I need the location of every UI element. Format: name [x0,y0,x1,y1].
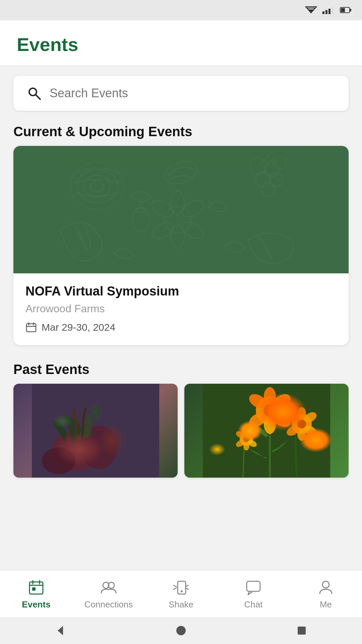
android-back-button[interactable] [50,621,70,641]
me-nav-icon [316,578,335,597]
svg-rect-4 [325,10,327,14]
svg-rect-9 [350,9,351,11]
svg-point-39 [80,426,117,469]
svg-rect-3 [322,11,324,14]
featured-event-location: Arrowood Farms [25,303,337,315]
svg-line-78 [174,585,176,587]
events-nav-icon [27,578,46,597]
search-input[interactable] [50,86,335,100]
svg-rect-83 [247,581,260,591]
svg-point-50 [264,415,276,434]
nav-item-connections[interactable]: Connections [72,578,145,610]
battery-icon [340,6,352,14]
svg-rect-37 [32,384,159,478]
svg-rect-33 [26,324,36,332]
svg-point-84 [322,581,329,588]
svg-rect-70 [29,582,43,594]
svg-point-86 [176,626,186,635]
svg-point-60 [285,410,301,425]
signal-icon [322,6,335,14]
wifi-icon [305,6,317,14]
nav-item-shake[interactable]: Shake [145,578,217,610]
svg-point-58 [297,427,306,441]
chat-nav-icon [244,578,263,597]
nav-item-me[interactable]: Me [290,578,362,610]
page-header: Events [0,20,362,66]
svg-point-68 [235,430,246,440]
nav-label-shake: Shake [169,599,193,610]
svg-point-82 [181,590,183,592]
svg-point-62 [240,432,253,446]
nav-label-me: Me [320,599,332,610]
svg-rect-87 [298,627,306,635]
svg-point-56 [302,410,318,425]
past-events-grid [0,384,362,484]
past-event-card-1[interactable] [13,384,178,478]
svg-rect-41 [32,384,159,478]
svg-point-65 [247,438,258,448]
svg-point-66 [243,441,249,450]
svg-point-47 [264,387,276,406]
featured-event-card[interactable]: NOFA Virtual Symposium Arrowood Farms Ma… [13,146,349,345]
past-section-header: Past Events [0,359,362,384]
svg-point-40 [42,447,75,474]
svg-rect-6 [331,7,334,14]
svg-point-52 [247,391,269,411]
svg-point-55 [297,407,306,421]
svg-rect-74 [32,587,36,591]
svg-rect-42 [203,384,330,478]
past-event-image-2 [184,384,349,478]
svg-point-38 [52,431,99,471]
connections-nav-icon [99,578,118,597]
android-recents-button[interactable] [292,621,312,641]
calendar-icon [25,322,37,333]
search-bar[interactable] [13,76,349,111]
svg-line-45 [243,434,245,478]
shake-nav-icon [172,578,190,597]
svg-point-46 [256,396,284,425]
svg-point-61 [297,420,306,428]
nav-item-chat[interactable]: Chat [217,578,290,610]
svg-line-44 [295,424,297,478]
svg-point-54 [292,414,312,434]
svg-point-49 [271,410,293,430]
current-section-header: Current & Upcoming Events [0,121,362,146]
featured-event-info: NOFA Virtual Symposium Arrowood Farms Ma… [13,273,349,345]
past-event-image-1 [13,384,178,478]
svg-point-48 [271,391,293,411]
status-bar [0,0,362,20]
search-icon [27,86,42,101]
android-nav-bar [0,617,362,644]
nav-label-events: Events [22,599,50,610]
svg-point-59 [285,424,301,438]
android-home-button[interactable] [171,621,191,641]
svg-line-11 [36,95,40,99]
svg-point-69 [243,436,249,442]
featured-event-title: NOFA Virtual Symposium [25,284,337,299]
nav-label-connections: Connections [84,599,133,610]
past-event-card-2[interactable] [184,384,349,478]
featured-event-image [13,146,349,273]
bottom-nav: Events Connections Shake [0,570,362,617]
svg-marker-85 [58,626,63,635]
svg-line-79 [174,588,176,589]
featured-event-date: Mar 29-30, 2024 [25,322,337,333]
svg-rect-8 [341,8,345,12]
svg-point-64 [247,430,258,440]
svg-point-57 [302,424,318,438]
nav-label-chat: Chat [244,599,263,610]
nav-item-events[interactable]: Events [0,578,72,610]
svg-point-53 [264,405,276,417]
svg-point-63 [243,428,249,437]
page-title: Events [17,34,345,55]
svg-point-67 [235,438,246,448]
svg-point-51 [247,410,269,430]
svg-rect-5 [328,9,330,14]
